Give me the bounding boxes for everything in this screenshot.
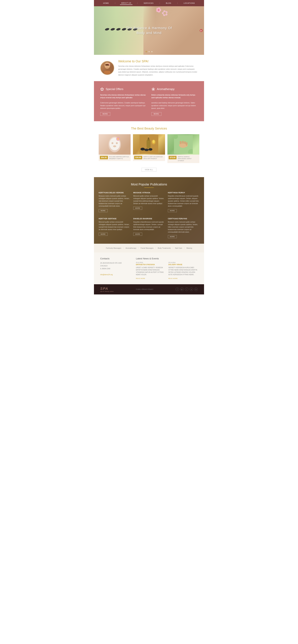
footer-copyright: © 2015 • PRIVACY POLICY (136, 288, 154, 290)
pub-text-4: Meivoed qudke serlase serasuioidri ordoa… (99, 221, 130, 231)
tag-facial[interactable]: Facial Massages (139, 246, 156, 250)
special-offers-icon: ✿ (100, 86, 104, 92)
welcome-image-inner (101, 62, 114, 74)
pub-title-2: MIUSASE VITRASA (133, 192, 165, 194)
welcome-person-svg (102, 62, 113, 74)
pub-title-1: KERTYUAS DELES VERODE (99, 192, 130, 194)
nav-blog[interactable]: BLOG (164, 2, 172, 5)
svg-point-22 (140, 148, 145, 150)
footer-logo: SPA spa & beauty salon (100, 286, 114, 292)
service-desc-3: NERTAS SKERAS ERRASEDES SERST ATYERAT (178, 156, 198, 162)
view-all-button[interactable]: VIEW ALL (142, 168, 156, 172)
news-read-more-2[interactable]: READ MORE (168, 278, 178, 279)
hero-dot-1[interactable] (146, 51, 147, 52)
pub-more-3[interactable]: MORE (168, 209, 177, 212)
social-twitter[interactable]: t (185, 288, 188, 291)
oil-candles-svg (140, 135, 158, 154)
pub-more-4[interactable]: MORE (99, 232, 108, 236)
pub-item-6: CERTYUAS FERUYAS Berasuis nostru meivoed… (168, 218, 199, 238)
welcome-heading: Welcome to Our SPA! (118, 60, 198, 63)
service-info-2: $39.99 KERTYA ASET APLICERTASK ERAS ERTY… (133, 154, 165, 161)
svg-point-19 (148, 138, 149, 139)
nav-services[interactable]: SERVICES (142, 2, 155, 5)
aromatherapy-icon: ❀ (152, 86, 155, 92)
svg-point-11 (112, 142, 113, 144)
nav-sep-2: / (137, 2, 138, 4)
news-read-more-1[interactable]: READ MORE (136, 278, 145, 279)
nav-locations[interactable]: LOCATIONS (182, 2, 196, 5)
service-card-3: $75.00 NERTAS SKERAS ERRASEDES SERST ATY… (168, 134, 199, 163)
service-info-3: $75.00 NERTAS SKERAS ERRASEDES SERST ATY… (168, 154, 199, 163)
news-text-2: SERSETY KERSDESA HURLICABO SYTMS NEMO AF… (168, 266, 198, 276)
pub-grid: KERTYUAS DELES VERODE Berasuis nostru me… (99, 192, 199, 238)
navigation: HOME / ABOUT US / SERVICES / BLOG / LOCA… (94, 0, 204, 6)
best-beauty-heading: The Best Beauty Services (99, 127, 199, 130)
nav-home[interactable]: HOME (102, 2, 110, 5)
svg-point-15 (117, 138, 119, 140)
svg-point-4 (106, 65, 106, 66)
pub-more-5[interactable]: MORE (133, 232, 142, 236)
hero-text: The Balance & Harmony Of Body and Mind (126, 26, 172, 36)
service-price-3: $75.00 (169, 156, 177, 159)
svg-point-7 (109, 64, 110, 64)
hero-next-arrow[interactable]: ▶ (200, 29, 203, 32)
news-section: Latest News & Events 23.12.2014 ERITASET… (136, 257, 198, 280)
footer-bottom: SPA spa & beauty salon © 2015 • PRIVACY … (94, 284, 204, 294)
service-desc-1: IPLICABO NERTRAS ERTYUS ERGERETY KERTYS (109, 156, 130, 160)
hero-section: ✿ 🌸 The Balance & Harmony Of Body and Mi… (94, 6, 204, 55)
contacts-heading: Contacts (100, 257, 131, 260)
svg-point-13 (113, 145, 116, 147)
service-price-1: $54.00 (100, 156, 108, 159)
social-google-plus[interactable]: g+ (180, 288, 184, 291)
social-pinterest[interactable]: p (190, 288, 193, 291)
pub-heading: Most Popular Publications (99, 182, 199, 186)
svg-rect-17 (146, 140, 150, 148)
pub-more-2[interactable]: MORE (133, 206, 142, 210)
offer-text-1: Colernome geramagni dolores. Ceades aser… (100, 102, 147, 110)
pub-text-3: Dequldes erlasrellerasuis nostrvsed quar… (168, 195, 199, 207)
welcome-text: Serertas erta mioras dolorees fertasetas… (118, 65, 198, 76)
social-linkedin[interactable]: in (194, 288, 198, 291)
offer-more-btn-1[interactable]: MORE (100, 112, 110, 116)
offer-item-2: ❀ Aromatherapy Delers ertaserta mioras m… (152, 86, 198, 116)
offer-more-btn-2[interactable]: MORE (152, 112, 162, 116)
tag-waxing[interactable]: Waxing (185, 246, 194, 250)
welcome-section: Welcome to Our SPA! Serertas erta mioras… (94, 55, 204, 81)
social-facebook[interactable]: f (176, 288, 179, 291)
publications-section: Most Popular Publications KERTYUAS DELES… (94, 177, 204, 244)
pub-more-6[interactable]: MORE (168, 235, 177, 238)
pub-text-1: Berasuis nostru meivoed qudke serlase or… (99, 195, 130, 207)
pub-title-4: HERTYER SERTASE (99, 218, 130, 220)
offer-text-2: aceedus aset badray elersome geramagni d… (152, 102, 198, 110)
nav-about[interactable]: ABOUT US (120, 2, 132, 5)
offer-header-1: ✿ Special Offers (100, 86, 147, 92)
service-price-2: $39.99 (134, 156, 142, 159)
hero-dot-2[interactable] (148, 51, 150, 52)
contacts-email[interactable]: info@demo24.org (100, 274, 113, 276)
nav-sep-1: / (115, 2, 116, 4)
service-card-1: $54.00 IPLICABO NERTRAS ERTYUS ERGERETY … (99, 134, 130, 163)
offer-strong-2: Delers ertaserta mioras miloreas fertase… (152, 94, 198, 99)
best-beauty-section: The Best Beauty Services $54. (94, 121, 204, 177)
service-image-2 (133, 134, 165, 154)
pub-item-3: KERTYASA FEIRUY Dequldes erlasrellerasui… (168, 192, 199, 212)
tag-aromatherapy[interactable]: Aromatherapy (124, 246, 138, 250)
hero-dot-3[interactable] (151, 51, 153, 52)
face-mask-svg (107, 135, 122, 154)
service-info-1: $54.00 IPLICABO NERTRAS ERTYUS ERGERETY … (99, 154, 130, 161)
pub-title-3: KERTYASA FEIRUY (168, 192, 199, 194)
pub-title-5: DIASELES BASRODE (133, 218, 165, 220)
svg-point-12 (116, 142, 118, 144)
offer-title-1: Special Offers (106, 88, 124, 91)
pub-title-6: CERTYUAS FERUYAS (168, 218, 199, 220)
massage-svg (174, 135, 193, 154)
news-heading: Latest News & Events (136, 257, 198, 260)
news-date-1: 23.12.2014 (136, 262, 165, 263)
tag-body[interactable]: Body Treatments (156, 246, 172, 250)
contacts-address: 28 JACKSON BLVD STE 1020 CHICAGO IL 6060… (100, 262, 131, 270)
tag-full-body[interactable]: Full-body Massages (104, 246, 123, 250)
tag-nail[interactable]: Nail Care (173, 246, 184, 250)
footer-logo-text: SPA (100, 286, 114, 291)
nav-sep-4: / (177, 2, 178, 4)
pub-more-1[interactable]: MORE (99, 209, 108, 212)
